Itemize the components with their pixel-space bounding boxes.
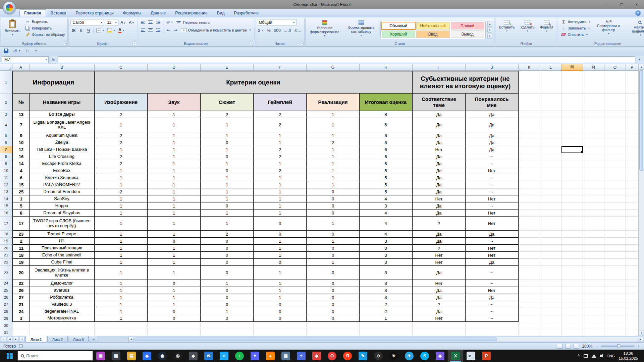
cell-K3[interactable] [519, 111, 540, 118]
cell-P13[interactable] [626, 188, 638, 195]
cell-D18[interactable]: 1 [148, 231, 201, 238]
cell-P31[interactable] [626, 329, 638, 336]
cell-M13[interactable] [561, 188, 583, 195]
cell-C12[interactable]: 1 [95, 181, 148, 188]
format-painter-button[interactable]: Формат по образцу [24, 32, 66, 37]
taskbar-search[interactable] [17, 351, 93, 361]
cell-B28[interactable]: degenerateFINAL [30, 308, 95, 315]
cell-A20[interactable]: 11 [12, 245, 30, 252]
wrap-text-button[interactable]: Перенос текста [175, 20, 211, 25]
cell-F9[interactable]: 1 [254, 160, 307, 167]
decrease-font-size-button[interactable]: А▼ [128, 19, 135, 26]
cell-P14[interactable] [626, 195, 638, 202]
merge-center-button[interactable]: aОбъединить и поместить в центре▼ [180, 28, 252, 33]
cell-E29[interactable]: 0 [201, 315, 254, 322]
cell-P23[interactable] [626, 266, 638, 280]
cell-C11[interactable]: 1 [95, 174, 148, 181]
cell-B3[interactable]: Во все дыры [30, 111, 95, 118]
italic-button[interactable]: К [78, 27, 84, 34]
row-header-21[interactable]: 21 [0, 252, 12, 259]
cell-F11[interactable]: 1 [254, 174, 307, 181]
cell-E10[interactable]: 0 [201, 167, 254, 174]
cell-D22[interactable]: 1 [148, 259, 201, 266]
autosum-button[interactable]: ΣАвтосумма▼ [560, 19, 592, 24]
cell-P16[interactable] [626, 209, 638, 217]
cell-A8[interactable]: 16 [12, 153, 30, 160]
cell-D14[interactable]: 1 [148, 195, 201, 202]
cell-E21[interactable]: 0 [201, 252, 254, 259]
cell-L3[interactable] [540, 111, 561, 118]
cell-H20[interactable]: 3 [360, 245, 413, 252]
ribbon-tab-5[interactable]: Данные [146, 9, 170, 17]
cell-O16[interactable] [604, 209, 626, 217]
cell-N5[interactable] [583, 132, 604, 139]
cell-L18[interactable] [540, 231, 561, 238]
cell-G24[interactable]: 0 [307, 280, 360, 287]
cell-C31[interactable] [95, 329, 148, 336]
taskbar-app-chatgpt[interactable]: ✳ [386, 350, 401, 362]
cell-G18[interactable]: 0 [307, 231, 360, 238]
cell-N3[interactable] [583, 111, 604, 118]
cell-G31[interactable] [307, 329, 360, 336]
alignment-dialog-launcher[interactable]: ↘ [250, 42, 253, 45]
cell-J18[interactable]: Да [466, 231, 519, 238]
cell-D25[interactable]: 1 [148, 287, 201, 294]
cell-H4[interactable]: 6 [360, 118, 413, 132]
cell-L30[interactable] [540, 322, 561, 329]
cell-M3[interactable] [561, 111, 583, 118]
cell-I5[interactable]: Да [413, 132, 466, 139]
cell-F28[interactable]: 0 [254, 308, 307, 315]
cell-F30[interactable] [254, 322, 307, 329]
cell-J27[interactable]: ~ [466, 301, 519, 308]
cell-K17[interactable] [519, 217, 540, 231]
col-header-L[interactable]: L [540, 64, 561, 71]
hscroll-track[interactable] [134, 337, 638, 342]
cell-J23[interactable]: ~ [466, 266, 519, 280]
col-header-I[interactable]: I [413, 64, 466, 71]
number-format-select[interactable]: Общий▼ [257, 19, 297, 26]
row-header-16[interactable]: 16 [0, 209, 12, 217]
format-as-table-button[interactable]: Форматировать как таблицу ▼ [344, 19, 379, 38]
cell-K10[interactable] [519, 167, 540, 174]
cell-O17[interactable] [604, 217, 626, 231]
cell-E30[interactable] [201, 322, 254, 329]
currency-format-button[interactable]: $▼ [257, 27, 265, 34]
cell-J16[interactable]: Нет [466, 209, 519, 217]
cell-O26[interactable] [604, 294, 626, 301]
cell-M6[interactable] [561, 139, 583, 146]
cell-I21[interactable]: Нет [413, 252, 466, 259]
sheet-tab-Лист1[interactable]: Лист1 [25, 336, 47, 342]
cell-style-Нейтральный[interactable]: Нейтральный [416, 22, 450, 29]
orientation-button[interactable]: ab▼ [165, 19, 174, 25]
cell-L11[interactable] [540, 174, 561, 181]
fill-color-button[interactable]: ▼ [106, 27, 116, 34]
cell-P27[interactable] [626, 301, 638, 308]
cell-P18[interactable] [626, 231, 638, 238]
restore-button[interactable]: □ [614, 0, 629, 9]
cell-L19[interactable] [540, 238, 561, 245]
zoom-track[interactable] [601, 346, 635, 347]
taskbar-app-excel[interactable]: X [448, 350, 463, 362]
insert-function-button[interactable]: fx [50, 57, 56, 62]
cell-F17[interactable]: 0 [254, 217, 307, 231]
cell-style-Обычный[interactable]: Обычный [382, 22, 415, 29]
cell-G17[interactable]: 1 [307, 217, 360, 231]
cell-I25[interactable]: Да [413, 287, 466, 294]
cell-L10[interactable] [540, 167, 561, 174]
cell-G6[interactable]: 2 [307, 139, 360, 146]
cell-I28[interactable]: Да [413, 308, 466, 315]
cell-A19[interactable]: 2 [12, 238, 30, 245]
cell-P4[interactable] [626, 118, 638, 132]
cell-B14[interactable]: SanSey [30, 195, 95, 202]
cell-M24[interactable] [561, 280, 583, 287]
cell-I17[interactable]: ? [413, 217, 466, 231]
cell-O27[interactable] [604, 301, 626, 308]
row-header-11[interactable]: 11 [0, 174, 12, 181]
cell-A18[interactable]: 23 [12, 231, 30, 238]
cell-K18[interactable] [519, 231, 540, 238]
cell-P7[interactable] [626, 146, 638, 153]
cell-A24[interactable]: 22 [12, 280, 30, 287]
row-header-25[interactable]: 25 [0, 287, 12, 294]
ribbon-tab-1[interactable]: Главная [19, 9, 46, 17]
cell-A30[interactable] [12, 322, 30, 329]
